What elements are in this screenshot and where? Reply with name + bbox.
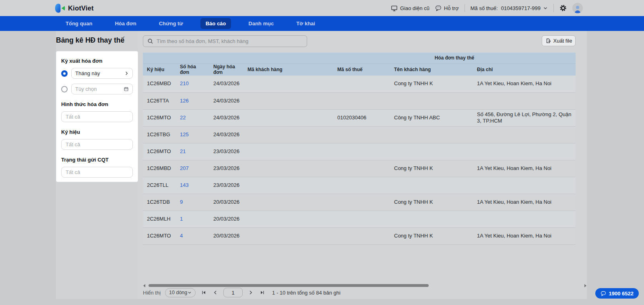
cell-ma-so-thue: [333, 76, 390, 92]
topbar: KiotViet Giao diện cũ Hỗ t: [0, 0, 644, 16]
cell-ky-hieu: 2C26MLH: [143, 211, 176, 228]
invoice-table-body: 1C26MBD21024/03/2026Cong ty TNHH K1A Yet…: [143, 76, 576, 245]
cell-so-hoa-don[interactable]: 210: [176, 76, 209, 92]
col-header-ma-khach-hang: Mã khách hàng: [244, 63, 333, 76]
export-file-button[interactable]: Xuất file: [542, 35, 576, 46]
show-label: Hiển thị: [143, 290, 161, 296]
table-row[interactable]: 2C26MLH120/03/2026: [143, 211, 576, 228]
page-size-select[interactable]: 10 dòng: [165, 288, 196, 297]
col-header-dia-chi: Địa chỉ: [473, 63, 576, 76]
cell-so-hoa-don[interactable]: 22: [176, 109, 209, 127]
table-row[interactable]: 2C26TLL14323/03/2026: [143, 177, 576, 194]
nav-tab-hoa-don[interactable]: Hóa đơn: [109, 18, 141, 29]
nav-tab-chung-tu[interactable]: Chứng từ: [154, 18, 188, 29]
table-row[interactable]: 1C26MTO420/03/2026Cong ty TNHH K1A Yet K…: [143, 228, 576, 245]
period-option-label: Tùy chọn: [75, 86, 97, 92]
nav-tab-to-khai[interactable]: Tờ khai: [291, 18, 320, 29]
tax-code-dropdown[interactable]: Mã số thuế: 0104359717-999: [471, 5, 548, 11]
cell-so-hoa-don[interactable]: 126: [176, 92, 209, 109]
table-footer: Hiển thị 10 dòng 1 - 10 trên tổng số 84 …: [143, 287, 341, 298]
cell-dia-chi: [473, 177, 576, 194]
previous-page-button[interactable]: [212, 289, 219, 296]
support-phone-button[interactable]: 1900 6522: [595, 288, 639, 299]
cell-ma-so-thue: 0102030406: [333, 109, 390, 127]
cell-ten-khach-hang: Cong ty TNHH K: [390, 194, 473, 211]
cell-dia-chi: [473, 92, 576, 109]
cell-ngay-hoa-don: 20/03/2026: [209, 194, 244, 211]
cell-ma-so-thue: [333, 177, 390, 194]
next-page-button[interactable]: [247, 289, 254, 296]
cell-ma-so-thue: [333, 143, 390, 160]
page-size-value: 10 dòng: [169, 290, 187, 295]
support-link[interactable]: Hỗ trợ: [435, 5, 459, 11]
cell-so-hoa-don[interactable]: 143: [176, 177, 209, 194]
cell-ma-khach-hang: [244, 160, 333, 177]
search-input[interactable]: [157, 38, 303, 44]
cell-ky-hieu: 1C26MTO: [143, 143, 176, 160]
cell-so-hoa-don[interactable]: 4: [176, 228, 209, 245]
user-avatar[interactable]: [572, 3, 583, 13]
calendar-icon: [124, 86, 129, 92]
main-navbar: Tổng quan Hóa đơn Chứng từ Báo cáo Danh …: [0, 16, 644, 31]
cell-ten-khach-hang: Cong ty TNHH K: [390, 228, 473, 245]
table-row[interactable]: 1C26TTA12624/03/2026: [143, 92, 576, 109]
cell-ky-hieu: 2C26TLL: [143, 177, 176, 194]
period-select-custom[interactable]: Tùy chọn: [71, 84, 133, 94]
period-radio-custom[interactable]: [61, 86, 68, 92]
period-select-this-month[interactable]: Tháng này: [71, 68, 133, 79]
table-column-header-row: Ký hiệu Số hóa đơn Ngày hóa đơn Mã khách…: [143, 63, 576, 76]
cell-ngay-hoa-don: 20/03/2026: [209, 228, 244, 245]
cell-ten-khach-hang: [390, 177, 473, 194]
cell-so-hoa-don[interactable]: 125: [176, 127, 209, 143]
filter-panel: Kỳ xuất hóa đơn Tháng này Tùy chọn: [56, 51, 138, 182]
cqt-status-filter-label: Trạng thái gửi CQT: [61, 157, 133, 163]
nav-tab-tong-quan[interactable]: Tổng quan: [60, 18, 97, 29]
old-interface-link[interactable]: Giao diện cũ: [391, 5, 429, 12]
cell-ngay-hoa-don: 23/03/2026: [209, 160, 244, 177]
col-header-ten-khach-hang: Tên khách hàng: [390, 63, 473, 76]
cell-so-hoa-don[interactable]: 207: [176, 160, 209, 177]
cell-so-hoa-don[interactable]: 9: [176, 194, 209, 211]
page-number-input[interactable]: [223, 288, 243, 297]
cell-ky-hieu: 1C26TDB: [143, 194, 176, 211]
cell-ngay-hoa-don: 20/03/2026: [209, 211, 244, 228]
nav-tab-danh-muc[interactable]: Danh mục: [243, 18, 279, 29]
invoice-form-filter-input[interactable]: [61, 111, 133, 122]
cell-ma-khach-hang: [244, 76, 333, 92]
cell-ma-khach-hang: [244, 109, 333, 127]
first-page-button[interactable]: [200, 289, 207, 296]
pagination-summary: 1 - 10 trên tổng số 84 bản ghi: [272, 290, 341, 296]
cqt-status-filter-input[interactable]: [61, 167, 133, 178]
nav-tab-bao-cao[interactable]: Báo cáo: [200, 18, 231, 29]
export-file-icon: [545, 38, 551, 44]
cell-ky-hieu: 1C26MBD: [143, 76, 176, 92]
period-option-label: Tháng này: [75, 70, 100, 76]
table-row[interactable]: 1C26TBG12524/03/2026: [143, 127, 576, 143]
cell-ma-so-thue: [333, 92, 390, 109]
table-row[interactable]: 1C26MBD20723/03/2026Cong ty TNHH K1A Yet…: [143, 160, 576, 177]
invoice-form-filter-label: Hình thức hóa đơn: [61, 101, 133, 107]
cell-so-hoa-don[interactable]: 21: [176, 143, 209, 160]
cell-ten-khach-hang: [390, 211, 473, 228]
cell-ma-khach-hang: [244, 228, 333, 245]
settings-gear-icon[interactable]: [559, 4, 567, 12]
cell-dia-chi: [473, 211, 576, 228]
cell-ma-khach-hang: [244, 127, 333, 143]
kiotviet-logo[interactable]: KiotViet: [54, 3, 94, 13]
brand-name: KiotViet: [68, 4, 94, 12]
period-radio-this-month[interactable]: [61, 70, 68, 77]
table-row[interactable]: 1C26MTO2224/03/20260102030406Công ty TNH…: [143, 109, 576, 127]
table-row[interactable]: 1C26TDB920/03/2026Cong ty TNHH K1A Yet K…: [143, 194, 576, 211]
symbol-filter-label: Ký hiệu: [61, 129, 133, 135]
cell-so-hoa-don[interactable]: 1: [176, 211, 209, 228]
chat-bubble-icon: [435, 5, 442, 11]
scrollbar-thumb[interactable]: [149, 284, 429, 287]
cell-ten-khach-hang: [390, 127, 473, 143]
table-row[interactable]: 1C26MTO2123/03/2026: [143, 143, 576, 160]
last-page-button[interactable]: [259, 289, 266, 296]
kiotviet-logo-icon: [54, 3, 65, 13]
cell-dia-chi: 1A Yet Kieu, Hoan Kiem, Ha Noi: [473, 228, 576, 245]
table-row[interactable]: 1C26MBD21024/03/2026Cong ty TNHH K1A Yet…: [143, 76, 576, 92]
scroll-right-arrow-icon[interactable]: [584, 284, 587, 287]
symbol-filter-input[interactable]: [61, 139, 133, 150]
